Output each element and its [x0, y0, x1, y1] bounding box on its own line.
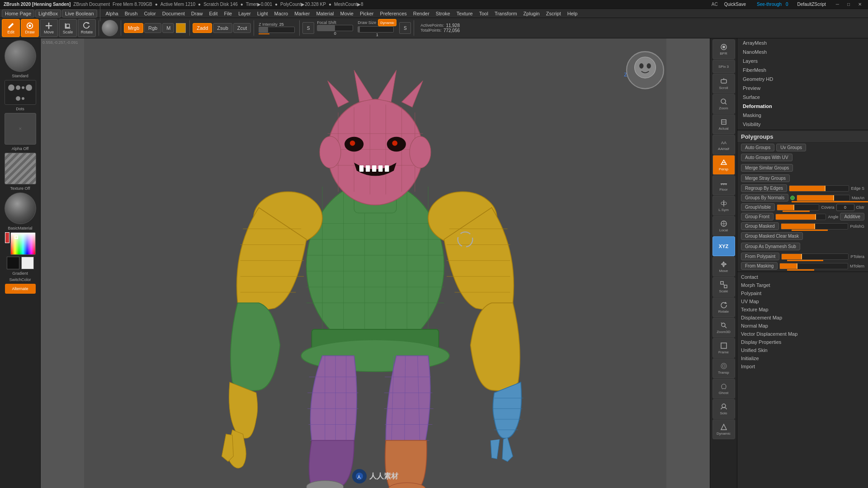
- angle-slider[interactable]: [775, 214, 826, 220]
- nav-geometryhd[interactable]: Geometry HD: [737, 75, 868, 84]
- edit-btn[interactable]: Edit: [2, 19, 20, 37]
- local-btn[interactable]: Local: [712, 216, 735, 236]
- persp-btn[interactable]: Persp: [712, 155, 735, 175]
- initialize-item[interactable]: Initialize: [737, 354, 868, 362]
- close-btn[interactable]: ✕: [858, 2, 862, 7]
- nav-visibility[interactable]: Visibility: [737, 120, 868, 129]
- menu-texture[interactable]: Texture: [454, 10, 476, 17]
- move-r-btn[interactable]: Move: [712, 257, 735, 277]
- scroll-btn[interactable]: Scroll: [712, 74, 735, 94]
- menu-help[interactable]: Help: [565, 10, 580, 17]
- swatch-black[interactable]: [7, 257, 19, 269]
- polygroups-header[interactable]: Polygroups: [737, 131, 868, 143]
- menu-macro[interactable]: Macro: [272, 10, 291, 17]
- minimize-btn[interactable]: ─: [836, 2, 839, 7]
- zcut-btn[interactable]: Zcut: [233, 23, 251, 33]
- menu-alpha[interactable]: Alpha: [103, 10, 121, 17]
- menu-draw[interactable]: Draw: [189, 10, 206, 17]
- menu-color[interactable]: Color: [141, 10, 158, 17]
- focal-shift-slider[interactable]: [317, 25, 353, 31]
- draw-btn[interactable]: Draw: [21, 19, 39, 37]
- groups-normals-btn[interactable]: Groups By Normals: [741, 194, 788, 202]
- rgb-btn[interactable]: Rgb: [144, 23, 161, 33]
- s-btn-2[interactable]: S: [399, 22, 411, 34]
- home-page-btn[interactable]: Home Page: [2, 9, 34, 18]
- menu-render[interactable]: Render: [410, 10, 432, 17]
- frame-btn[interactable]: Frame: [712, 338, 735, 358]
- alpha-preview[interactable]: ✕: [5, 113, 36, 145]
- zoom3d-btn[interactable]: Zoom3D: [712, 318, 735, 338]
- bpr-btn[interactable]: BPR: [712, 39, 735, 59]
- menu-file[interactable]: File: [221, 10, 235, 17]
- solo-btn[interactable]: Solo: [712, 399, 735, 419]
- material-preview[interactable]: [5, 192, 36, 224]
- menu-picker[interactable]: Picker: [357, 10, 377, 17]
- texture-map-item[interactable]: Texture Map: [737, 305, 868, 314]
- coverage-slider[interactable]: [777, 204, 819, 211]
- color-picker[interactable]: [5, 232, 36, 255]
- scale-btn[interactable]: Scale: [59, 19, 77, 37]
- from-masking-btn[interactable]: From Masking: [741, 262, 778, 270]
- lightbox-btn[interactable]: LightBox: [35, 9, 61, 18]
- edge-s-slider[interactable]: [789, 185, 849, 192]
- display-properties-item[interactable]: Display Properties: [737, 338, 868, 346]
- import-item[interactable]: Import: [737, 362, 868, 371]
- vector-displacement-map-item[interactable]: Vector Displacement Map: [737, 330, 868, 338]
- menu-zplugin[interactable]: Zplugin: [521, 10, 542, 17]
- menu-preferences[interactable]: Preferences: [377, 10, 409, 17]
- z-intensity-slider[interactable]: [259, 27, 295, 33]
- transp-btn[interactable]: Transp: [712, 358, 735, 378]
- menu-material[interactable]: Material: [313, 10, 336, 17]
- from-polypaint-btn[interactable]: From Polypaint: [741, 253, 779, 260]
- mtolera-slider[interactable]: [779, 263, 848, 269]
- group-visible-btn[interactable]: GroupVisible: [741, 203, 775, 211]
- brush-icon[interactable]: [102, 20, 118, 36]
- menu-zscript[interactable]: Zscript: [543, 10, 564, 17]
- clstr-input[interactable]: [836, 204, 854, 211]
- menu-transform[interactable]: Transform: [492, 10, 520, 17]
- nav-arraymesh[interactable]: ArrayMesh: [737, 38, 868, 47]
- auto-groups-btn[interactable]: Auto Groups: [741, 144, 774, 151]
- floor-btn[interactable]: Floor: [712, 175, 735, 195]
- unified-skin-item[interactable]: Unified Skin: [737, 346, 868, 354]
- auto-groups-with-uv-btn[interactable]: Auto Groups With UV: [741, 154, 793, 161]
- spix-btn[interactable]: SPix 3: [712, 60, 735, 73]
- xyz-btn[interactable]: XYZ: [712, 236, 735, 256]
- group-masked-btn[interactable]: Group Masked: [741, 222, 779, 230]
- menu-tool[interactable]: Tool: [476, 10, 491, 17]
- contact-item[interactable]: Contact: [737, 273, 868, 281]
- brush-preview[interactable]: [5, 40, 36, 72]
- rotate-btn[interactable]: Rotate: [78, 19, 96, 37]
- group-dynamesh-btn[interactable]: Group As Dynamesh Sub: [741, 243, 800, 250]
- zsub-btn[interactable]: Zsub: [213, 23, 232, 33]
- rotate-r-btn[interactable]: Rotate: [712, 297, 735, 317]
- menu-marker[interactable]: Marker: [292, 10, 312, 17]
- mrgb-btn[interactable]: Mrgb: [124, 23, 143, 33]
- menu-movie[interactable]: Movie: [338, 10, 356, 17]
- menu-layer[interactable]: Layer: [236, 10, 254, 17]
- nav-layers[interactable]: Layers: [737, 56, 868, 66]
- group-front-btn[interactable]: Group Front: [741, 213, 774, 221]
- uv-groups-btn[interactable]: Uv Groups: [776, 144, 806, 151]
- maxan-slider[interactable]: [797, 195, 850, 201]
- nav-surface[interactable]: Surface: [737, 93, 868, 102]
- dynamic-btn[interactable]: Dynamic: [378, 19, 396, 26]
- menu-document[interactable]: Document: [160, 10, 188, 17]
- zadd-btn[interactable]: Zadd: [193, 23, 212, 33]
- nav-nanomesh[interactable]: NanoMesh: [737, 47, 868, 56]
- menu-edit[interactable]: Edit: [207, 10, 221, 17]
- swatch-white[interactable]: [21, 257, 34, 269]
- ptolera-slider[interactable]: [781, 253, 849, 260]
- merge-stray-btn[interactable]: Merge Stray Groups: [741, 174, 790, 182]
- s-btn[interactable]: S: [302, 22, 314, 34]
- nav-masking[interactable]: Masking: [737, 111, 868, 120]
- maximize-btn[interactable]: □: [847, 2, 850, 7]
- aahat-btn[interactable]: AA AAHalf: [712, 135, 735, 155]
- uv-map-item[interactable]: UV Map: [737, 297, 868, 305]
- group-masked-clear-btn[interactable]: Group Masked Clear Mask: [741, 232, 803, 240]
- canvas-area[interactable]: RRCG 人人素材 RRCG 人人素材 RRCG 人人素材 人人素材 RRCG …: [41, 38, 710, 488]
- nav-preview[interactable]: Preview: [737, 84, 868, 93]
- texture-preview[interactable]: [5, 153, 36, 184]
- color-swatch-toolbar[interactable]: [176, 23, 186, 33]
- ghost-btn[interactable]: Ghost: [712, 379, 735, 399]
